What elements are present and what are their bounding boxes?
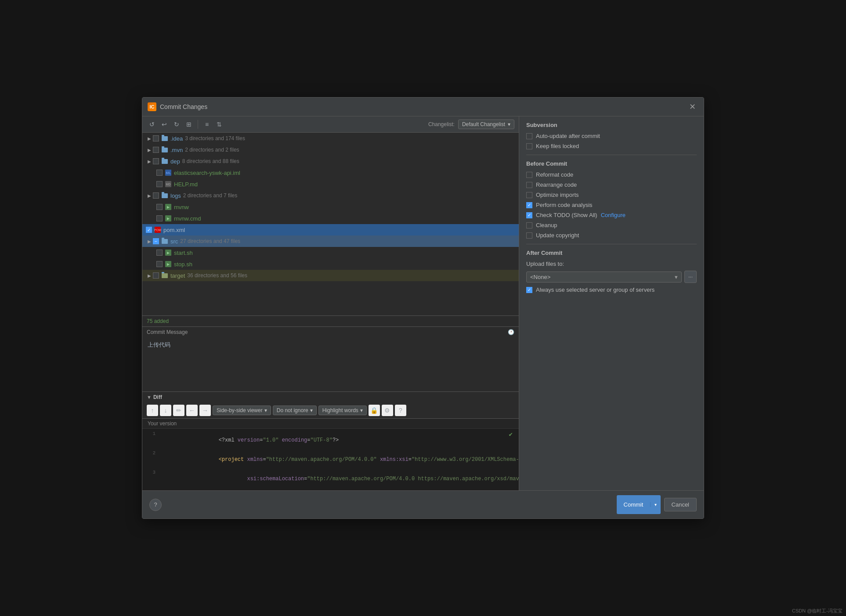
- checkbox-logs[interactable]: [153, 192, 159, 199]
- folder-icon-idea: [161, 135, 168, 142]
- diff-ignore-dropdown[interactable]: Do not ignore ▾: [273, 406, 317, 415]
- checkbox-mvnw[interactable]: [156, 204, 163, 210]
- diff-linecontent-2: <project xmlns="http://maven.apache.org/…: [160, 450, 519, 469]
- diff-ignore-arrow: ▾: [310, 407, 313, 413]
- folder-icon-src: [161, 238, 168, 245]
- checkbox-mvn[interactable]: [153, 147, 159, 153]
- changelist-value: Default Changelist: [462, 121, 505, 127]
- tree-item-mvnwcmd[interactable]: ▶ mvnw.cmd: [142, 213, 519, 224]
- diff-lock-button[interactable]: 🔒: [369, 405, 380, 416]
- rearrange-label: Rearrange code: [536, 181, 577, 188]
- app-icon: IC: [148, 102, 156, 111]
- diff-viewer-dropdown[interactable]: Side-by-side viewer ▾: [213, 406, 271, 415]
- check-todo-checkbox[interactable]: ✓: [526, 212, 532, 218]
- changelist-dropdown[interactable]: Default Changelist ▾: [458, 120, 514, 129]
- checkbox-startsh[interactable]: [156, 250, 163, 256]
- help-button[interactable]: ?: [149, 499, 162, 511]
- checkbox-idea[interactable]: [153, 135, 159, 141]
- checkbox-src[interactable]: −: [153, 238, 159, 244]
- keep-files-checkbox[interactable]: [526, 143, 532, 149]
- pom-icon: POM: [154, 226, 161, 233]
- dialog-footer: ? Commit ▾ Cancel: [142, 490, 704, 518]
- keep-files-label: Keep files locked: [536, 143, 579, 149]
- tree-item-stopsh[interactable]: ▶ stop.sh: [142, 258, 519, 270]
- diff-help-button[interactable]: ?: [395, 405, 406, 416]
- diff-next-button[interactable]: →: [199, 405, 211, 416]
- tree-item-src[interactable]: ▶ − src 27 directories and 47 files: [142, 236, 519, 247]
- checkbox-dep[interactable]: [153, 158, 159, 164]
- tree-count-logs: 2 directories and 7 files: [183, 192, 237, 199]
- tree-arrow-dep: ▶: [146, 158, 153, 165]
- checkbox-mvnwcmd[interactable]: [156, 215, 163, 221]
- tree-name-mvnw: mvnw: [174, 204, 189, 210]
- cleanup-checkbox[interactable]: [526, 222, 532, 228]
- diff-line-3: 3 xsi:schemaLocation="http://maven.apach…: [142, 469, 519, 489]
- diff-highlight-dropdown[interactable]: Highlight words ▾: [318, 406, 367, 415]
- diff-line-2: 2 <project xmlns="http://maven.apache.or…: [142, 450, 519, 469]
- tree-arrow-logs: ▶: [146, 192, 153, 199]
- tree-item-pomxml[interactable]: ✓ POM pom.xml: [142, 224, 519, 236]
- auto-update-checkbox[interactable]: [526, 133, 532, 139]
- tree-item-startsh[interactable]: ▶ start.sh: [142, 247, 519, 258]
- tree-item-mvn[interactable]: ▶ .mvn 2 directories and 2 files: [142, 144, 519, 156]
- tree-item-logs[interactable]: ▶ logs 2 directories and 7 files: [142, 190, 519, 201]
- dialog-title: Commit Changes: [160, 103, 687, 110]
- diff-edit-button[interactable]: ✏: [173, 405, 184, 416]
- reformat-checkbox[interactable]: [526, 172, 532, 178]
- commit-label: Commit: [617, 498, 651, 511]
- diff-up-button[interactable]: ↑: [147, 405, 158, 416]
- diff-highlight-label: Highlight words: [322, 407, 358, 413]
- commit-arrow[interactable]: ▾: [650, 502, 660, 507]
- diff-linenum-1: 1: [142, 431, 160, 437]
- diff-settings-button[interactable]: ⚙: [382, 405, 393, 416]
- undo-button[interactable]: ↩: [159, 119, 170, 130]
- cancel-button[interactable]: Cancel: [664, 498, 697, 511]
- tree-item-idea[interactable]: ▶ .idea 3 directories and 174 files: [142, 133, 519, 144]
- optimize-checkbox[interactable]: [526, 192, 532, 198]
- diff-down-button[interactable]: ↓: [160, 405, 171, 416]
- commit-message-input[interactable]: 上传代码: [142, 337, 519, 390]
- tree-item-target[interactable]: ▶ target 36 directories and 56 files: [142, 270, 519, 281]
- redo-button[interactable]: ↻: [171, 119, 182, 130]
- iml-icon: IML: [165, 169, 172, 176]
- checkbox-pomxml[interactable]: ✓: [146, 227, 152, 233]
- diff-linenum-2: 2: [142, 450, 160, 456]
- tree-name-helpmd: HELP.md: [174, 181, 198, 188]
- tree-item-helpmd[interactable]: MD HELP.md: [142, 178, 519, 190]
- tree-arrow-src: ▶: [146, 238, 153, 245]
- diff-prev-button[interactable]: ←: [186, 405, 198, 416]
- checkbox-helpmd[interactable]: [156, 181, 163, 187]
- collapse-all-button[interactable]: ≡: [202, 119, 212, 130]
- folder-icon-logs: [161, 192, 168, 199]
- rearrange-checkbox[interactable]: [526, 182, 532, 188]
- commit-history-icon[interactable]: 🕐: [508, 329, 514, 335]
- checkbox-stopsh[interactable]: [156, 261, 163, 267]
- checkbox-iml[interactable]: [156, 170, 163, 176]
- close-button[interactable]: ✕: [687, 101, 698, 112]
- folder-icon-target: [161, 272, 168, 279]
- diff-version-label: Your version: [142, 419, 519, 429]
- perform-analysis-checkbox[interactable]: ✓: [526, 202, 532, 208]
- check-todo-row: ✓ Check TODO (Show All) Configure: [526, 212, 697, 218]
- upload-select[interactable]: <None> ▾: [526, 272, 682, 283]
- expand-all-button[interactable]: ⇅: [214, 119, 224, 130]
- tree-arrow-target: ▶: [146, 272, 153, 279]
- update-copyright-checkbox[interactable]: [526, 232, 532, 239]
- refresh-button[interactable]: ↺: [147, 119, 157, 130]
- tree-arrow-idea: ▶: [146, 135, 153, 142]
- commit-button[interactable]: Commit ▾: [617, 495, 661, 514]
- always-use-checkbox[interactable]: ✓: [526, 287, 532, 293]
- subversion-title: Subversion: [526, 122, 697, 128]
- upload-more-button[interactable]: ···: [684, 271, 697, 283]
- script-icon-stopsh: ▶: [165, 261, 172, 268]
- tree-item-iml[interactable]: IML elasticsearch-yswk-api.iml: [142, 167, 519, 178]
- script-icon-mvnwcmd: ▶: [165, 215, 172, 222]
- checkbox-target[interactable]: [153, 272, 159, 279]
- folder-icon-mvn: [161, 146, 168, 153]
- tree-item-dep[interactable]: ▶ dep 8 directories and 88 files: [142, 156, 519, 167]
- configure-link[interactable]: Configure: [601, 212, 625, 218]
- diff-header[interactable]: ▼ Diff: [142, 392, 519, 402]
- tree-item-mvnw[interactable]: ▶ mvnw: [142, 201, 519, 213]
- expand-button[interactable]: ⊞: [184, 119, 194, 130]
- reformat-row: Reformat code: [526, 171, 697, 178]
